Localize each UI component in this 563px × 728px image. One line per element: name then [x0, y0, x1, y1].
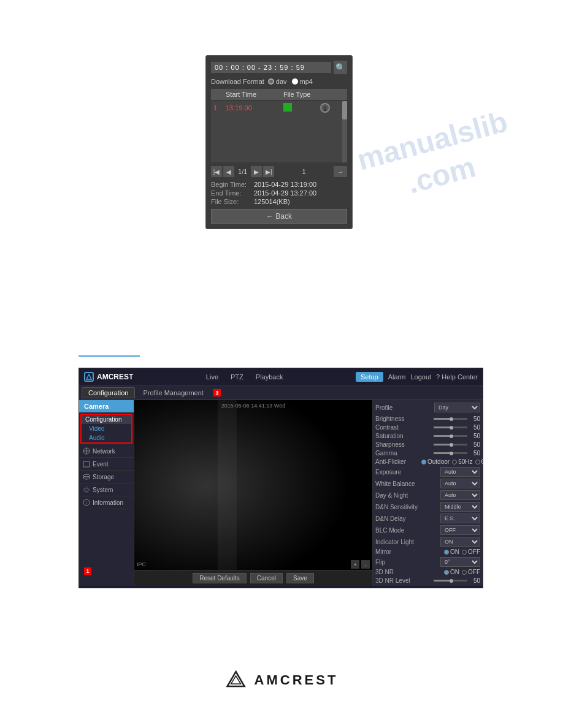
gamma-slider[interactable]: 50 — [434, 450, 480, 457]
alarm-button[interactable]: Alarm — [388, 373, 406, 381]
sharpness-label: Sharpness — [375, 441, 421, 448]
scrollbar-thumb[interactable] — [342, 101, 347, 119]
blcmode-select[interactable]: OFF — [440, 525, 480, 535]
indicatorlight-select[interactable]: ON — [440, 537, 480, 547]
3dnr-on[interactable]: ON — [444, 569, 459, 575]
go-btn[interactable]: → — [334, 166, 347, 177]
whitebalance-select[interactable]: Auto — [440, 479, 480, 488]
mirror-on-radio[interactable] — [444, 550, 449, 555]
logout-button[interactable]: Logout — [410, 373, 431, 381]
file-type-col-header: File Type — [283, 91, 320, 98]
mp4-radio[interactable] — [292, 78, 298, 85]
sidebar-item-camera[interactable]: Camera — [79, 400, 134, 412]
zoom-in-btn[interactable]: + — [351, 560, 359, 569]
zoom-out-btn[interactable]: - — [361, 560, 370, 569]
save-button[interactable]: Save — [286, 573, 314, 583]
amcrest-logo-text: AMCREST — [97, 373, 133, 381]
page-info: 1/1 — [236, 168, 250, 175]
blcmode-row: BLC Mode OFF — [375, 525, 480, 535]
help-icon: ? — [436, 373, 440, 381]
format-dav[interactable]: dav — [268, 78, 287, 85]
amcrest-content: Camera Configuration Video Audio Network… — [79, 400, 483, 586]
3dnr-on-radio[interactable] — [444, 570, 449, 575]
nav-ptz[interactable]: PTZ — [228, 372, 246, 382]
sharpness-slider[interactable]: 50 — [434, 441, 480, 448]
settings-panel: Profile Day Night Normal Brightness 50 C… — [372, 400, 483, 586]
contrast-label: Contrast — [375, 424, 421, 431]
first-page-btn[interactable]: |◀ — [211, 166, 222, 177]
3dnrlevel-slider[interactable]: 50 — [434, 577, 480, 584]
divider-line — [79, 355, 140, 357]
contrast-slider[interactable]: 50 — [434, 424, 480, 431]
annotation-1: 1 — [84, 567, 91, 575]
60hz-radio[interactable] — [475, 460, 480, 464]
video-feed — [134, 400, 372, 570]
start-time-col-header: Start Time — [226, 91, 283, 98]
mirror-row: Mirror ON OFF — [375, 548, 480, 555]
file-list-area: 1 13:19:00 ↓ — [211, 101, 347, 162]
next-page-btn[interactable]: ▶ — [251, 166, 262, 177]
profile-select[interactable]: Day Night Normal — [434, 403, 480, 412]
table-row: 1 13:19:00 ↓ — [211, 101, 347, 115]
last-page-btn[interactable]: ▶| — [263, 166, 274, 177]
sidebar-sub-item-video[interactable]: Video — [82, 424, 131, 433]
contrast-row: Contrast 50 — [375, 424, 480, 431]
mirror-on[interactable]: ON — [444, 548, 459, 555]
3dnr-off-radio[interactable] — [462, 570, 467, 575]
end-time-label: End Time: — [211, 189, 254, 197]
cancel-button[interactable]: Cancel — [250, 573, 283, 583]
whitebalance-row: White Balance Auto — [375, 479, 480, 488]
brightness-label: Brightness — [375, 415, 421, 422]
mirror-off[interactable]: OFF — [462, 548, 480, 555]
antiflicker-row: Anti-Flicker Outdoor 50Hz 60Hz — [375, 458, 480, 465]
brightness-slider[interactable]: 50 — [434, 415, 480, 422]
format-mp4[interactable]: mp4 — [292, 78, 313, 85]
sidebar-config-header: Configuration — [82, 415, 131, 424]
daynight-label: Day & Night — [375, 492, 421, 499]
exposure-row: Exposure Auto — [375, 467, 480, 477]
50hz-radio[interactable] — [452, 460, 457, 464]
sidebar-item-event[interactable]: Event — [79, 458, 134, 471]
help-center-button[interactable]: ? Help Center — [436, 373, 478, 381]
saturation-label: Saturation — [375, 433, 421, 439]
svg-rect-4 — [83, 461, 90, 467]
sidebar-sub-item-audio[interactable]: Audio — [82, 433, 131, 442]
reset-defaults-button[interactable]: Reset Defaults — [193, 573, 247, 583]
back-button[interactable]: ← Back — [211, 209, 347, 224]
3dnrlevel-row: 3D NR Level 50 — [375, 577, 480, 584]
svg-point-9 — [85, 488, 88, 491]
profile-label: Profile — [375, 404, 421, 411]
antiflicker-60hz[interactable]: 60Hz — [475, 458, 483, 465]
bottom-logo-text: AMCREST — [255, 672, 339, 688]
dndelay-select[interactable]: E.S. — [440, 514, 480, 523]
tab-profile-management[interactable]: Profile Management — [136, 387, 210, 398]
nav-live[interactable]: Live — [204, 372, 221, 382]
antiflicker-50hz[interactable]: 50Hz — [452, 458, 472, 465]
video-controls: + - — [351, 560, 370, 569]
jump-to-label: 1 — [300, 168, 308, 175]
tab-configuration[interactable]: Configuration — [82, 387, 135, 398]
antiflicker-outdoor[interactable]: Outdoor — [421, 458, 450, 465]
sidebar-item-network[interactable]: Network — [79, 445, 134, 458]
daynight-row: Day & Night Auto — [375, 490, 480, 500]
sidebar-item-information[interactable]: i Information — [79, 496, 134, 509]
search-button[interactable]: 🔍 — [334, 61, 347, 74]
3dnr-off[interactable]: OFF — [462, 569, 480, 575]
flip-select[interactable]: 0° — [440, 557, 480, 567]
setup-button[interactable]: Setup — [356, 372, 383, 382]
nav-playback[interactable]: Playback — [253, 372, 286, 382]
mirror-off-radio[interactable] — [462, 550, 467, 555]
outdoor-radio[interactable] — [421, 460, 426, 464]
dav-radio[interactable] — [268, 78, 274, 85]
saturation-slider[interactable]: 50 — [434, 433, 480, 439]
prev-page-btn[interactable]: ◀ — [223, 166, 234, 177]
begin-time-label: Begin Time: — [211, 181, 254, 188]
sidebar-item-storage[interactable]: Storage — [79, 471, 134, 483]
scrollbar-track[interactable] — [342, 101, 347, 162]
sidebar-item-system[interactable]: System — [79, 483, 134, 496]
download-button[interactable]: ↓ — [320, 103, 330, 113]
dnsensitivity-select[interactable]: Middle — [440, 502, 480, 512]
exposure-select[interactable]: Auto — [440, 467, 480, 477]
daynight-select[interactable]: Auto — [440, 490, 480, 500]
amcrest-interface: AMCREST Live PTZ Playback Setup Alarm Lo… — [79, 368, 483, 588]
